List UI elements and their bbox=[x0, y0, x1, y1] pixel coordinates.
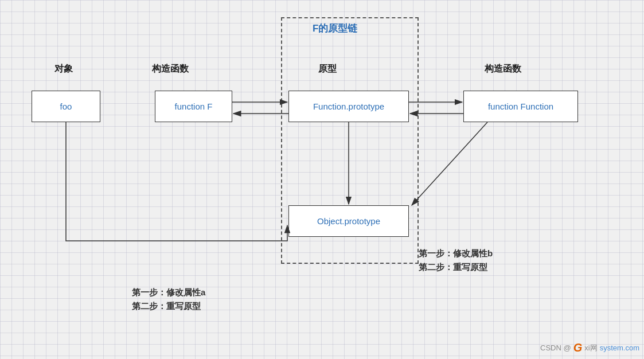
left-steps: 第一步：修改属性a 第二步：重写原型 bbox=[132, 286, 205, 313]
node-foo: foo bbox=[32, 91, 100, 122]
col-label-constructor2: 构造函数 bbox=[485, 63, 521, 75]
node-function-prototype: Function.prototype bbox=[288, 91, 409, 122]
col-label-prototype: 原型 bbox=[318, 63, 337, 75]
col-label-constructor1: 构造函数 bbox=[152, 63, 189, 75]
watermark: CSDN @ G xi网 system.com bbox=[540, 341, 639, 354]
svg-line-7 bbox=[412, 122, 487, 205]
right-steps: 第一步：修改属性b 第二步：重写原型 bbox=[419, 247, 493, 274]
col-label-object: 对象 bbox=[54, 63, 73, 75]
node-function-f: function F bbox=[155, 91, 232, 122]
node-object-prototype: Object.prototype bbox=[288, 205, 409, 237]
dashed-region-title: F的原型链 bbox=[313, 22, 357, 35]
node-function-function: function Function bbox=[463, 91, 578, 122]
